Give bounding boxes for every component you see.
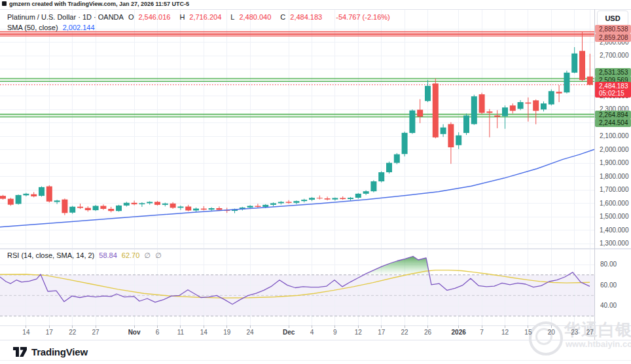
candle-body <box>494 115 500 117</box>
candle-body <box>116 206 122 211</box>
candle-body <box>587 77 593 85</box>
time-tick-label: 17 <box>46 329 53 336</box>
candle-body <box>0 196 6 199</box>
price-tick-label: 1,800.000 <box>600 173 629 180</box>
time-tick-label: 2026 <box>452 329 466 336</box>
time-tick-label: 12 <box>501 329 509 336</box>
candle-body <box>85 208 91 210</box>
time-tick-label: 26 <box>424 329 431 336</box>
candle-body <box>479 94 485 113</box>
price-tick-label: 1,900.000 <box>600 159 629 166</box>
level-band-fill <box>0 31 594 36</box>
candle-body <box>355 194 361 198</box>
candle-body <box>317 198 323 198</box>
change-value: -54.767 (-2.16%) <box>336 13 390 21</box>
candle-body <box>247 206 253 208</box>
price-badge-last: 2,484.18305:02:15 <box>595 82 631 98</box>
candle-body <box>154 202 160 205</box>
price-tick-label: 1,700.000 <box>600 186 629 193</box>
symbol-title[interactable]: Platinum / U.S. Dollar · 1D · OANDA <box>7 13 124 21</box>
candle-body <box>100 206 106 209</box>
tradingview-logo[interactable]: TradingView <box>13 345 88 358</box>
candle-body <box>270 203 276 204</box>
candle-body <box>433 84 439 137</box>
candle-body <box>541 103 547 109</box>
sma-legend-row[interactable]: SMA (50, close)2,002.144 <box>7 24 99 31</box>
rsi-tick-label: 60.00 <box>600 282 617 289</box>
candle-body <box>193 209 199 211</box>
candle-body <box>301 200 307 201</box>
candle-body <box>386 163 392 172</box>
price-tick-label: 1,300.000 <box>600 240 629 247</box>
candle-body <box>340 198 346 199</box>
price-badge-resistance: 2,859.208 <box>595 33 631 42</box>
candle-body <box>425 86 431 101</box>
rsi-legend-row[interactable]: RSI (14, close, SMA, 14, 2)58.8462.70∅∅ <box>7 251 166 260</box>
candle-body <box>39 187 45 196</box>
candle-body <box>309 198 315 200</box>
price-badge-resistance: 2,880.538 <box>595 25 631 33</box>
time-tick-label: 22 <box>401 329 408 336</box>
candle-body <box>571 54 577 73</box>
time-tick-label: 19 <box>223 329 230 336</box>
candle-body <box>108 209 114 211</box>
candle-body <box>286 202 292 202</box>
sma-label[interactable]: SMA (50, close) <box>7 24 58 31</box>
rsi-ma-value: 62.70 <box>122 251 140 259</box>
candle-body <box>348 198 353 199</box>
candle-body <box>363 191 369 194</box>
candle-body <box>394 155 400 163</box>
time-tick-label: 14 <box>200 329 207 336</box>
candle-body <box>16 195 22 204</box>
candle-body <box>332 198 338 199</box>
candle-body <box>325 198 331 200</box>
candle-body <box>69 207 75 213</box>
time-tick-label: 7 <box>480 329 484 336</box>
symbol-legend-row[interactable]: Platinum / U.S. Dollar · 1D · OANDAO2,54… <box>7 13 395 21</box>
candle-body <box>510 105 516 111</box>
rsi-tick-label: 40.00 <box>600 302 617 309</box>
price-badge-support: 2,244.504 <box>595 118 631 127</box>
candle-body <box>549 91 554 104</box>
time-tick-label: 9 <box>333 329 337 336</box>
time-tick-label: 14 <box>22 329 29 336</box>
candle-body <box>293 201 299 203</box>
ohlc-item: O2,546.016 <box>128 13 175 21</box>
price-tick-label: 2,700.000 <box>600 52 629 59</box>
candle-body <box>463 115 469 133</box>
rsi-label[interactable]: RSI (14, close, SMA, 14, 2) <box>7 251 94 259</box>
sma-value: 2,002.144 <box>63 24 95 31</box>
candle-body <box>62 200 67 213</box>
time-tick-label: 17 <box>378 329 385 336</box>
candle-body <box>409 111 415 133</box>
time-tick-label: 24 <box>247 329 254 336</box>
ohlc-item: L2,480.040 <box>230 13 276 21</box>
candle-body <box>177 207 183 208</box>
time-tick-label: 15 <box>524 329 532 336</box>
ohlc-item: H2,716.204 <box>179 13 226 21</box>
time-tick-label: 27 <box>92 329 99 336</box>
rsi-extra-0: ∅ <box>144 251 151 259</box>
candle-body <box>132 203 137 204</box>
candle-body <box>162 204 168 205</box>
time-tick-label: 12 <box>355 329 362 336</box>
time-tick-label: Nov <box>128 329 141 336</box>
chart-canvas[interactable] <box>0 0 631 364</box>
tradingview-logo-icon <box>13 345 27 358</box>
candle-body <box>201 209 207 210</box>
time-tick-label: 11 <box>177 329 184 336</box>
rsi-extra-1: ∅ <box>155 251 162 259</box>
price-tick-label: 1,600.000 <box>600 200 629 207</box>
candle-body <box>54 200 60 202</box>
candle-body <box>216 208 222 210</box>
candle-body <box>8 199 14 205</box>
candle-body <box>31 194 37 196</box>
rsi-tick-label: 80.00 <box>600 261 617 268</box>
candle-body <box>185 207 191 211</box>
candle-body <box>124 203 130 206</box>
currency-button[interactable]: USD <box>597 10 628 26</box>
candle-body <box>502 107 508 116</box>
candle-body <box>278 202 284 203</box>
tradingview-brand-text: TradingView <box>31 346 88 357</box>
time-tick-label: Dec <box>283 329 295 336</box>
